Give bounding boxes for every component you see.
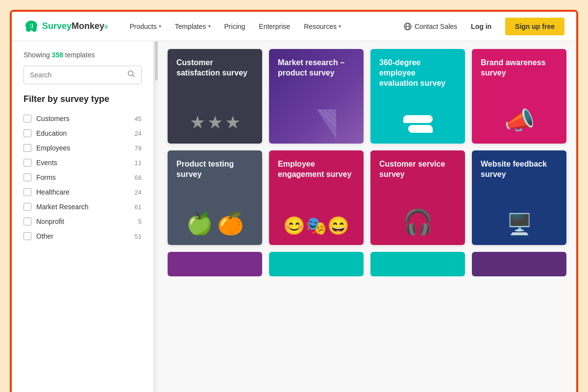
filter-item-other[interactable]: Other 51 [24,229,142,244]
scroll-bar[interactable] [154,41,158,392]
app-frame: :) SurveyMonkey® Products ▾ Templates ▾ … [10,10,578,392]
filter-checkbox-education[interactable] [24,129,31,137]
filter-checkbox-nonprofit[interactable] [24,218,31,225]
filter-item-forms[interactable]: Forms 68 [24,170,142,185]
partial-card-2[interactable] [269,252,364,276]
filter-item-healthcare[interactable]: Healthcare 24 [24,185,142,199]
partial-card-4[interactable] [472,252,566,276]
navbar: :) SurveyMonkey® Products ▾ Templates ▾ … [12,12,576,41]
screen-illustration: 🖥️ [472,212,566,245]
filter-checkbox-forms[interactable] [24,173,31,181]
signup-button[interactable]: Sign up free [505,18,564,35]
template-card-website-feedback[interactable]: Website feedback survey 🖥️ [472,150,566,245]
filter-checkbox-other[interactable] [24,232,31,240]
search-icon [127,70,135,80]
filter-item-education[interactable]: Education 24 [24,126,142,141]
filter-item-market-research[interactable]: Market Research 61 [24,199,142,214]
nav-links: Products ▾ Templates ▾ Pricing Enterpris… [123,19,403,34]
search-box[interactable] [24,66,142,84]
people-illustration: 😊🎭😄 [269,216,364,245]
showing-count-text: Showing 358 templates [24,51,142,59]
globe-icon [404,23,412,30]
filter-checkbox-employees[interactable] [24,144,31,152]
template-card-employee-engagement[interactable]: Employee engagement survey 😊🎭😄 [269,150,364,245]
filter-list: Customers 45 Education 24 Employees 79 E… [24,111,142,244]
filter-checkbox-healthcare[interactable] [24,188,31,196]
chat-illustration [370,115,465,144]
scroll-thumb[interactable] [155,41,158,80]
diagonal-illustration [269,109,364,144]
filter-title: Filter by survey type [24,94,142,104]
filter-checkbox-market-research[interactable] [24,203,31,211]
nav-enterprise[interactable]: Enterprise [253,19,296,34]
filter-checkbox-customers[interactable] [24,115,31,122]
templates-chevron-icon: ▾ [208,24,211,29]
fruits-illustration: 🍏🍊 [168,211,262,245]
nav-templates[interactable]: Templates ▾ [169,19,217,34]
template-card-brand-awareness[interactable]: Brand awareness survey 📣 [472,49,566,144]
partial-cards-row [168,252,566,276]
filter-item-nonprofit[interactable]: Nonprofit 5 [24,214,142,229]
filter-item-employees[interactable]: Employees 79 [24,141,142,155]
template-card-customer-satisfaction[interactable]: Customer satisfaction survey ★★★ [168,49,262,144]
template-grid: Customer satisfaction survey ★★★ Market … [168,49,566,245]
template-card-360-employee[interactable]: 360-degree employee evaluation survey [370,49,465,144]
logo[interactable]: :) SurveyMonkey® [24,21,108,32]
partial-card-1[interactable] [168,252,262,276]
filter-item-events[interactable]: Events 11 [24,155,142,170]
filter-item-customers[interactable]: Customers 45 [24,111,142,126]
template-card-market-research[interactable]: Market research – product survey [269,49,364,144]
svg-text::): :) [29,23,33,28]
template-card-customer-service[interactable]: Customer service survey 🎧 [370,150,465,245]
nav-pricing[interactable]: Pricing [219,19,251,34]
stars-illustration: ★★★ [168,112,262,144]
svg-line-8 [133,75,135,77]
chat-bubble-1 [403,115,433,123]
nav-right: Contact Sales Log in Sign up free [404,18,564,35]
globe-button[interactable]: Contact Sales [404,23,457,30]
megaphone-illustration: 📣 [472,106,566,144]
search-input[interactable] [30,71,123,79]
nav-resources[interactable]: Resources ▾ [298,19,347,34]
partial-card-3[interactable] [370,252,465,276]
nav-products[interactable]: Products ▾ [123,19,167,34]
filter-checkbox-events[interactable] [24,159,31,167]
content-area: Customer satisfaction survey ★★★ Market … [158,41,576,392]
logo-text: SurveyMonkey® [42,21,108,31]
products-chevron-icon: ▾ [159,24,161,29]
main-layout: Showing 358 templates Filter by survey t… [12,41,576,392]
login-button[interactable]: Log in [465,19,497,34]
logo-icon: :) [24,21,39,32]
headset-illustration: 🎧 [370,208,465,245]
template-card-product-testing[interactable]: Product testing survey 🍏🍊 [168,150,262,245]
resources-chevron-icon: ▾ [339,24,341,29]
chat-bubble-2 [408,125,433,133]
sidebar: Showing 358 templates Filter by survey t… [12,41,154,392]
